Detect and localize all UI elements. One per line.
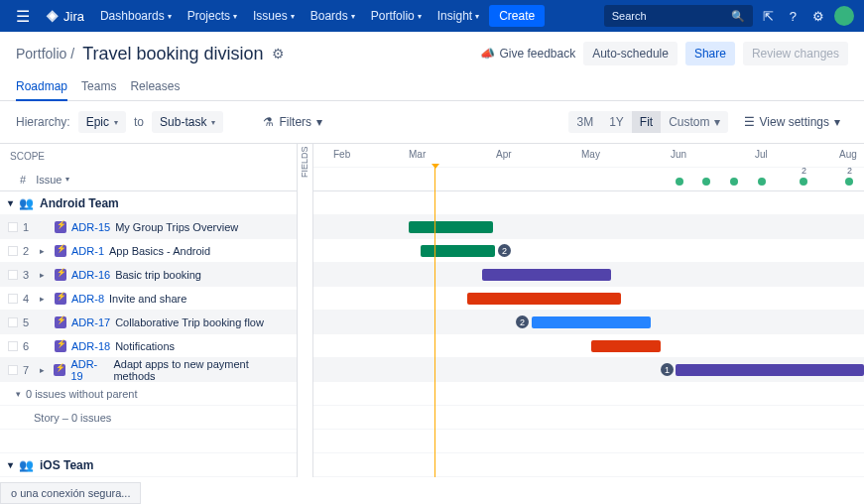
issue-row[interactable]: 5ADR-17Collaborative Trip booking flow xyxy=(0,311,297,334)
feedback-button[interactable]: 📣Give feedback xyxy=(480,47,575,61)
range-1y[interactable]: 1Y xyxy=(601,111,632,133)
range-3m[interactable]: 3M xyxy=(568,111,601,133)
issue-row[interactable]: 6ADR-18Notifications xyxy=(0,334,297,358)
chevron-down-icon[interactable]: ▾ xyxy=(8,459,13,470)
time-range-group: 3M 1Y Fit Custom▾ xyxy=(568,111,727,133)
expand-icon[interactable]: ▸ xyxy=(40,294,50,304)
auto-schedule-button[interactable]: Auto-schedule xyxy=(583,42,678,65)
help-icon[interactable]: ? xyxy=(784,9,802,24)
release-marker[interactable] xyxy=(800,178,807,186)
tab-roadmap[interactable]: Roadmap xyxy=(16,73,67,101)
issue-row[interactable]: 7▸ADR-19Adapt apps to new payment method… xyxy=(0,358,297,382)
notifications-icon[interactable]: ⇱ xyxy=(757,9,780,24)
issue-row[interactable]: 1ADR-15My Group Trips Overview xyxy=(0,215,297,239)
row-checkbox[interactable] xyxy=(8,341,18,351)
filters-button[interactable]: ⚗Filters▾ xyxy=(255,111,330,133)
nav-insight[interactable]: Insight▾ xyxy=(432,5,485,27)
gantt-bar[interactable] xyxy=(532,316,651,328)
review-changes-button[interactable]: Review changes xyxy=(743,42,848,65)
month-label: Mar xyxy=(409,149,426,160)
epic-icon xyxy=(55,269,66,281)
today-marker xyxy=(434,168,435,477)
timeline-row: 1 xyxy=(313,358,864,382)
nav-boards[interactable]: Boards▾ xyxy=(305,5,361,27)
gantt-bar[interactable] xyxy=(421,245,495,257)
nav-portfolio[interactable]: Portfolio▾ xyxy=(365,5,428,27)
month-label: Apr xyxy=(496,149,512,160)
tab-releases[interactable]: Releases xyxy=(130,73,180,100)
row-checkbox[interactable] xyxy=(8,270,18,280)
row-number: 1 xyxy=(23,221,35,233)
release-marker[interactable] xyxy=(702,178,710,186)
logo-text: Jira xyxy=(63,9,84,24)
row-checkbox[interactable] xyxy=(8,317,18,327)
expand-icon[interactable]: ▸ xyxy=(40,270,50,280)
issue-key[interactable]: ADR-18 xyxy=(71,340,110,352)
dependency-badge[interactable]: 1 xyxy=(661,363,674,376)
nav-issues[interactable]: Issues▾ xyxy=(247,5,301,27)
hierarchy-from-select[interactable]: Epic▾ xyxy=(78,111,126,133)
timeline-row xyxy=(313,287,864,311)
issue-row[interactable]: 4▸ADR-8Invite and share xyxy=(0,287,297,311)
nav-dashboards[interactable]: Dashboards▾ xyxy=(94,5,178,27)
team-name: iOS Team xyxy=(40,458,93,472)
release-marker[interactable] xyxy=(676,178,683,186)
menu-icon[interactable]: ☰ xyxy=(10,7,36,26)
row-checkbox[interactable] xyxy=(8,222,18,232)
share-button[interactable]: Share xyxy=(685,42,735,65)
release-marker[interactable] xyxy=(730,178,738,186)
chevron-down-icon[interactable]: ▾ xyxy=(16,389,21,399)
settings-icon[interactable]: ⚙ xyxy=(806,9,830,24)
nav-projects[interactable]: Projects▾ xyxy=(182,5,243,27)
no-parent-label: 0 issues without parent xyxy=(26,388,138,400)
issue-key[interactable]: ADR-1 xyxy=(71,245,104,257)
chevron-down-icon: ▾ xyxy=(114,118,118,127)
issue-key[interactable]: ADR-17 xyxy=(71,316,110,328)
jira-logo[interactable]: Jira xyxy=(40,9,90,24)
row-checkbox[interactable] xyxy=(8,246,18,256)
expand-icon[interactable]: ▸ xyxy=(40,365,50,375)
row-checkbox[interactable] xyxy=(8,294,18,304)
expand-icon[interactable]: ▸ xyxy=(40,246,50,256)
dependency-badge[interactable]: 2 xyxy=(516,315,529,328)
gantt-bar[interactable] xyxy=(482,269,611,281)
breadcrumb[interactable]: Portfolio / xyxy=(16,46,74,62)
sliders-icon: ☰ xyxy=(744,115,755,129)
epic-icon xyxy=(55,340,66,352)
col-issue[interactable]: Issue▾ xyxy=(36,174,69,186)
view-settings-button[interactable]: ☰View settings▾ xyxy=(736,111,848,133)
issue-key[interactable]: ADR-19 xyxy=(70,358,108,382)
gantt-bar[interactable] xyxy=(676,364,864,376)
chevron-down-icon[interactable]: ▾ xyxy=(8,197,13,208)
issue-key[interactable]: ADR-15 xyxy=(71,221,110,233)
fields-label[interactable]: FIELDS xyxy=(300,146,309,178)
hierarchy-to-select[interactable]: Sub-task▾ xyxy=(152,111,223,133)
avatar[interactable] xyxy=(834,6,854,26)
plan-settings-icon[interactable]: ⚙ xyxy=(272,46,285,62)
range-custom[interactable]: Custom▾ xyxy=(661,111,727,133)
scope-header: SCOPE xyxy=(0,144,297,168)
create-button[interactable]: Create xyxy=(489,5,545,27)
tab-teams[interactable]: Teams xyxy=(81,73,116,100)
release-marker[interactable] xyxy=(758,178,766,186)
month-label: Feb xyxy=(333,149,350,160)
range-fit[interactable]: Fit xyxy=(632,111,661,133)
dependency-badge[interactable]: 2 xyxy=(498,244,511,257)
issue-key[interactable]: ADR-16 xyxy=(71,269,110,281)
gantt-bar[interactable] xyxy=(591,340,661,352)
issue-row[interactable]: 3▸ADR-16Basic trip booking xyxy=(0,263,297,287)
search-input[interactable]: Search🔍 xyxy=(604,5,753,27)
release-marker[interactable] xyxy=(845,178,853,186)
row-checkbox[interactable] xyxy=(8,365,18,375)
issue-summary: My Group Trips Overview xyxy=(115,221,238,233)
chevron-down-icon: ▾ xyxy=(714,115,720,129)
chevron-down-icon: ▾ xyxy=(233,12,237,21)
gantt-bar[interactable] xyxy=(467,293,621,305)
month-label: May xyxy=(581,149,600,160)
gantt-bar[interactable] xyxy=(409,221,493,233)
issue-key[interactable]: ADR-8 xyxy=(71,293,104,305)
epic-icon xyxy=(54,364,65,376)
chevron-down-icon: ▾ xyxy=(168,12,172,21)
page-title: Travel booking division xyxy=(82,44,263,64)
issue-row[interactable]: 2▸ADR-1App Basics - Android xyxy=(0,239,297,263)
